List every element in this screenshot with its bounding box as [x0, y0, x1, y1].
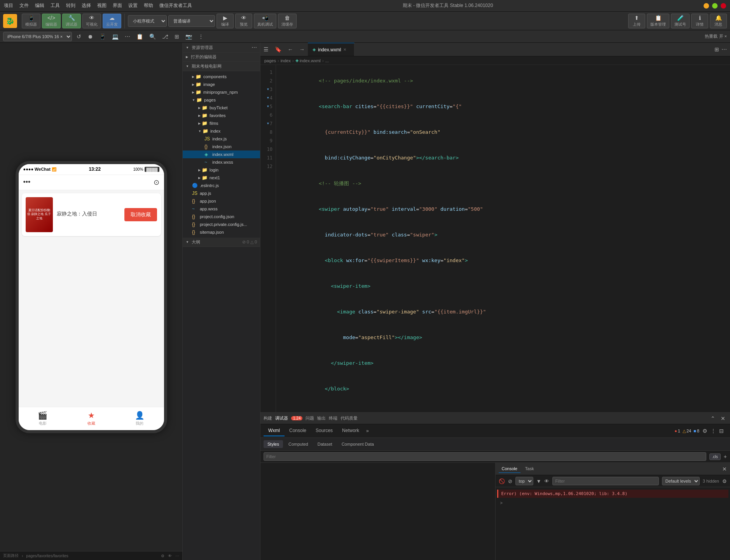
menu-tools[interactable]: 工具: [51, 2, 60, 9]
file-image[interactable]: ▶ 📁 image: [183, 80, 260, 88]
rotate-icon[interactable]: ↺: [75, 33, 83, 40]
open-editors-header[interactable]: ▶ 打开的编辑器: [183, 52, 260, 62]
file-next1[interactable]: ▶ 📁 next1: [183, 174, 260, 182]
styles-tab-dataset[interactable]: Dataset: [314, 440, 336, 448]
file-app-wxss[interactable]: ~ app.wxss: [183, 205, 260, 213]
file-favorites[interactable]: ▶ 📁 favorites: [183, 112, 260, 119]
eye-icon[interactable]: 👁: [544, 478, 549, 484]
search-icon[interactable]: 🔍: [148, 33, 157, 40]
file-pages[interactable]: ▼ 📁 pages: [183, 96, 260, 104]
screen-icon[interactable]: 📷: [184, 33, 194, 40]
levels-select[interactable]: Default levels: [662, 477, 700, 485]
file-index-wxss[interactable]: ~ index.wxss: [183, 158, 260, 166]
branch-icon[interactable]: ⎇: [161, 33, 170, 40]
copy-icon[interactable]: 📋: [135, 33, 145, 40]
breadcrumb-index[interactable]: index: [281, 58, 291, 63]
editor-button[interactable]: </> 编辑器: [42, 14, 61, 28]
close-button[interactable]: [721, 3, 726, 9]
console-tab-task[interactable]: Task: [522, 465, 537, 473]
add-style-button[interactable]: +: [724, 453, 727, 460]
record-icon[interactable]: ⏺: [86, 33, 94, 40]
clear-console-icon[interactable]: 🚫: [499, 478, 505, 484]
code-quality-label[interactable]: 代码质量: [341, 415, 358, 421]
menu-select[interactable]: 选择: [82, 2, 91, 9]
tab-sources[interactable]: Sources: [311, 425, 337, 436]
real-debug-button[interactable]: 📲 真机调试: [254, 14, 276, 28]
grid-icon[interactable]: ⊞: [173, 33, 181, 40]
tab-index-wxml[interactable]: ◈ index.wxml ✕: [308, 43, 355, 56]
resource-manager-more[interactable]: ⋯: [251, 44, 257, 51]
file-project-config[interactable]: {} project.config.json: [183, 213, 260, 220]
console-prompt-input[interactable]: [504, 500, 725, 505]
nav-profile[interactable]: 👤 我的: [115, 407, 164, 430]
menu-bar[interactable]: 项目 文件 编辑 工具 转到 选择 视图 界面 设置 帮助 微信开发者工具: [4, 2, 192, 9]
path-settings-icon[interactable]: ⚙: [161, 554, 164, 558]
minimize-button[interactable]: [704, 3, 709, 9]
console-tab-console[interactable]: Console: [499, 465, 520, 473]
more-tabs-icon[interactable]: »: [364, 427, 371, 435]
visual-button[interactable]: 👁 可视化: [82, 14, 101, 28]
console-filter-input[interactable]: [552, 477, 658, 485]
settings-console-icon[interactable]: ⚙: [722, 478, 727, 484]
context-select[interactable]: top: [515, 477, 533, 485]
file-films[interactable]: ▶ 📁 films: [183, 119, 260, 127]
maximize-button[interactable]: [712, 3, 718, 9]
debugger-button[interactable]: 🔧 调试器: [62, 14, 81, 28]
terminal-label[interactable]: 终端: [329, 415, 337, 421]
nav-movie[interactable]: 🎬 电影: [19, 407, 67, 430]
menu-settings[interactable]: 设置: [128, 2, 138, 9]
file-app-js[interactable]: JS app.js: [183, 189, 260, 197]
menu-help[interactable]: 帮助: [144, 2, 153, 9]
resource-manager-header[interactable]: ▼ 资源管理器 ⋯: [183, 43, 260, 52]
styles-tab-styles[interactable]: Styles: [264, 440, 283, 448]
cancel-collect-button[interactable]: 取消收藏: [124, 208, 157, 221]
version-mgr-button[interactable]: 📋 版本管理: [647, 14, 669, 28]
project-header[interactable]: ▼ 期末考核电影网: [183, 62, 260, 71]
issue-label[interactable]: 问题: [306, 415, 314, 421]
file-index-wxml[interactable]: ◈ index.wxml: [183, 150, 260, 158]
preview-button[interactable]: 👁 预览: [235, 14, 252, 28]
file-components[interactable]: ▶ 📁 components: [183, 73, 260, 80]
menu-edit[interactable]: 编辑: [35, 2, 44, 9]
close-devtools-icon[interactable]: ✕: [719, 415, 727, 422]
file-app-json[interactable]: {} app.json: [183, 197, 260, 205]
chevron-down-icon[interactable]: ▼: [536, 478, 541, 484]
breadcrumb-more[interactable]: ...: [325, 58, 329, 63]
path-more-icon[interactable]: ⋯: [175, 554, 179, 558]
file-index-json[interactable]: {} index.json: [183, 143, 260, 150]
close-console-icon[interactable]: ✕: [722, 466, 727, 472]
simulator-button[interactable]: 📱 模拟器: [22, 14, 40, 28]
file-buyticket[interactable]: ▶ 📁 buyTicket: [183, 104, 260, 112]
outline-header[interactable]: ▼ 大纲 ⊘ 0 △ 0: [183, 238, 260, 247]
phone-content[interactable]: ••• ⊙ 夏日话配惊惊翻倍 寂静之地 瓜子之地 寂静之地：入侵日: [19, 175, 164, 407]
breadcrumb-file[interactable]: ◈ index.wxml: [295, 58, 321, 63]
dock-icon[interactable]: ⊟: [719, 428, 724, 434]
tab-console[interactable]: Console: [285, 425, 311, 436]
menu-interface[interactable]: 界面: [113, 2, 122, 9]
console-prompt[interactable]: >: [497, 499, 729, 507]
file-project-private-config[interactable]: {} project.private.config.js...: [183, 220, 260, 228]
menu-view[interactable]: 视图: [97, 2, 107, 9]
phone-icon[interactable]: 📱: [98, 33, 107, 40]
styles-tab-computed[interactable]: Computed: [285, 440, 312, 448]
menu-file[interactable]: 文件: [19, 2, 29, 9]
tab-close-icon[interactable]: ✕: [343, 47, 346, 52]
more-options-icon[interactable]: •••: [23, 178, 31, 186]
sidebar-toggle-icon[interactable]: ☰: [260, 46, 272, 52]
file-index-js[interactable]: JS index.js: [183, 135, 260, 143]
file-miniprogram-npm[interactable]: ▶ 📁 miniprogram_npm: [183, 88, 260, 96]
upload-button[interactable]: ⬆ 上传: [628, 14, 645, 28]
window-controls[interactable]: [704, 3, 726, 9]
file-login[interactable]: ▶ 📁 login: [183, 166, 260, 174]
path-eye-icon[interactable]: 👁: [168, 554, 172, 558]
file-eslintrc[interactable]: 🔵 .eslintrc.js: [183, 182, 260, 189]
settings-icon[interactable]: ⚙: [702, 428, 707, 434]
breadcrumb-pages[interactable]: pages: [264, 58, 276, 63]
filter-console-icon[interactable]: ⊘: [508, 478, 512, 484]
menu-devtools[interactable]: 微信开发者工具: [159, 2, 192, 9]
cloud-button[interactable]: ☁ 云开发: [103, 14, 121, 28]
styles-tab-component-data[interactable]: Component Data: [338, 440, 378, 448]
test-button[interactable]: 🧪 测试号: [671, 14, 690, 28]
file-index-folder[interactable]: ▼ 📁 index: [183, 127, 260, 135]
debugger-tab-label[interactable]: 调试器: [275, 415, 288, 421]
